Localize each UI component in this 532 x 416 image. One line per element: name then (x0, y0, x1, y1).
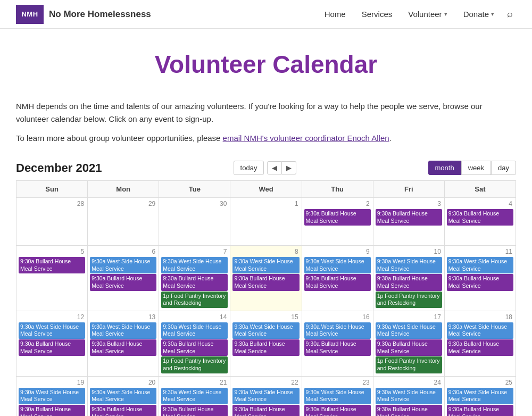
event-bullard-meal[interactable]: 9:30a Bullard House Meal Service (161, 405, 228, 416)
main-nav: Home Services Volunteer ▾ Donate ▾ ⌕ (318, 5, 516, 23)
calendar-arrow-group: ◀ ▶ (267, 161, 296, 174)
event-bullard-meal[interactable]: 9:30a Bullard House Meal Service (161, 274, 228, 290)
event-westside-meal[interactable]: 9:30a West Side House Meal Service (376, 257, 442, 273)
col-mon: Mon (88, 181, 159, 198)
logo-icon: NMH (16, 5, 44, 24)
event-bullard-meal[interactable]: 9:30a Bullard House Meal Service (90, 274, 156, 290)
next-month-button[interactable]: ▶ (282, 161, 296, 174)
event-bullard-meal[interactable]: 9:30a Bullard House Meal Service (376, 274, 442, 290)
calendar-cell-dec10: 10 9:30a West Side House Meal Service 9:… (373, 246, 444, 311)
logo-area: NMH No More Homelessness (16, 5, 151, 24)
calendar-cell-dec18: 18 9:30a West Side House Meal Service 9:… (444, 311, 516, 376)
intro-paragraph-2: To learn more about group volunteer oppo… (16, 132, 495, 145)
event-westside-meal[interactable]: 9:30a West Side House Meal Service (90, 257, 156, 273)
calendar-cell-nov30: 30 (159, 198, 230, 246)
event-westside-meal[interactable]: 9:30a West Side House Meal Service (232, 257, 299, 273)
event-westside-meal[interactable]: 9:30a West Side House Meal Service (447, 322, 513, 339)
event-westside-meal[interactable]: 9:30a West Side House Meal Service (90, 322, 156, 339)
calendar-cell-dec20: 20 9:30a West Side House Meal Service 9:… (88, 376, 159, 416)
event-bullard-meal[interactable]: 9:30a Bullard House Meal Service (376, 209, 442, 226)
table-row: 28 29 30 1 2 9:30a Bullard House Meal Se… (16, 198, 516, 246)
event-westside-meal[interactable]: 9:30a West Side House Meal Service (19, 322, 85, 339)
calendar-cell-dec3: 3 9:30a Bullard House Meal Service (373, 198, 444, 246)
event-food-pantry[interactable]: 1p Food Pantry Inventory and Restocking (376, 356, 442, 373)
calendar-cell-dec6: 6 9:30a West Side House Meal Service 9:3… (88, 246, 159, 311)
event-westside-meal[interactable]: 9:30a West Side House Meal Service (447, 388, 513, 404)
event-westside-meal[interactable]: 9:30a West Side House Meal Service (447, 257, 513, 273)
event-westside-meal[interactable]: 9:30a West Side House Meal Service (304, 257, 371, 273)
event-bullard-meal[interactable]: 9:30a Bullard House Meal Service (447, 209, 513, 226)
month-view-button[interactable]: month (428, 161, 461, 175)
week-view-button[interactable]: week (461, 161, 491, 175)
event-westside-meal[interactable]: 9:30a West Side House Meal Service (304, 388, 371, 404)
calendar-cell-dec25: 25 9:30a West Side House Meal Service 9:… (444, 376, 516, 416)
event-bullard-meal[interactable]: 9:30a Bullard House Meal Service (304, 274, 371, 290)
event-bullard-meal[interactable]: 9:30a Bullard House Meal Service (304, 209, 371, 226)
event-bullard-meal[interactable]: 9:30a Bullard House Meal Service (376, 339, 442, 356)
calendar-navigation: today ◀ ▶ (234, 161, 297, 175)
col-thu: Thu (302, 181, 373, 198)
calendar-cell-dec11: 11 9:30a West Side House Meal Service 9:… (444, 246, 516, 311)
nav-services[interactable]: Services (355, 6, 399, 22)
calendar-cell-dec17: 17 9:30a West Side House Meal Service 9:… (373, 311, 444, 376)
calendar-table: Sun Mon Tue Wed Thu Fri Sat 28 29 30 1 2 (16, 180, 516, 416)
calendar-cell-dec1: 1 (230, 198, 302, 246)
page-content: Volunteer Calendar NMH depends on the ti… (5, 29, 527, 416)
nav-donate[interactable]: Donate ▾ (457, 6, 501, 22)
calendar-cell-dec22: 22 9:30a West Side House Meal Service 9:… (230, 376, 302, 416)
event-bullard-meal[interactable]: 9:30a Bullard House Meal Service (161, 339, 228, 356)
col-wed: Wed (230, 181, 302, 198)
table-row: 19 9:30a West Side House Meal Service 9:… (16, 376, 516, 416)
col-sat: Sat (444, 181, 516, 198)
calendar-cell-dec7: 7 9:30a West Side House Meal Service 9:3… (159, 246, 230, 311)
event-bullard-meal[interactable]: 9:30a Bullard House Meal Service (19, 257, 85, 273)
event-westside-meal[interactable]: 9:30a West Side House Meal Service (376, 388, 442, 404)
volunteer-coordinator-link[interactable]: email NMH's volunteer coordinator Enoch … (223, 134, 389, 143)
event-bullard-meal[interactable]: 9:30a Bullard House Meal Service (19, 405, 85, 416)
event-westside-meal[interactable]: 9:30a West Side House Meal Service (161, 257, 228, 273)
event-bullard-meal[interactable]: 9:30a Bullard House Meal Service (304, 405, 371, 416)
calendar-cell-dec8: 8 9:30a West Side House Meal Service 9:3… (230, 246, 302, 311)
day-view-button[interactable]: day (491, 161, 516, 175)
today-button[interactable]: today (234, 161, 264, 175)
event-bullard-meal[interactable]: 9:30a Bullard House Meal Service (232, 405, 299, 416)
calendar-cell-dec4: 4 9:30a Bullard House Meal Service (444, 198, 516, 246)
event-bullard-meal[interactable]: 9:30a Bullard House Meal Service (304, 339, 371, 356)
event-bullard-meal[interactable]: 9:30a Bullard House Meal Service (376, 405, 442, 416)
event-westside-meal[interactable]: 9:30a West Side House Meal Service (161, 322, 228, 339)
event-bullard-meal[interactable]: 9:30a Bullard House Meal Service (447, 274, 513, 290)
nav-home[interactable]: Home (318, 6, 352, 22)
event-westside-meal[interactable]: 9:30a West Side House Meal Service (19, 388, 85, 404)
calendar-cell-nov28: 28 (16, 198, 88, 246)
event-westside-meal[interactable]: 9:30a West Side House Meal Service (304, 322, 371, 339)
event-bullard-meal[interactable]: 9:30a Bullard House Meal Service (232, 274, 299, 290)
table-row: 12 9:30a West Side House Meal Service 9:… (16, 311, 516, 376)
event-bullard-meal[interactable]: 9:30a Bullard House Meal Service (447, 339, 513, 356)
prev-month-button[interactable]: ◀ (267, 161, 282, 174)
calendar-cell-dec14: 14 9:30a West Side House Meal Service 9:… (159, 311, 230, 376)
calendar-cell-dec5: 5 9:30a Bullard House Meal Service (16, 246, 88, 311)
event-food-pantry[interactable]: 1p Food Pantry Inventory and Restocking (161, 356, 228, 373)
event-bullard-meal[interactable]: 9:30a Bullard House Meal Service (90, 405, 156, 416)
event-bullard-meal[interactable]: 9:30a Bullard House Meal Service (232, 339, 299, 356)
col-sun: Sun (16, 181, 88, 198)
page-title: Volunteer Calendar (16, 50, 516, 79)
col-tue: Tue (159, 181, 230, 198)
event-westside-meal[interactable]: 9:30a West Side House Meal Service (376, 322, 442, 339)
event-westside-meal[interactable]: 9:30a West Side House Meal Service (161, 388, 228, 404)
calendar-header-row: Sun Mon Tue Wed Thu Fri Sat (16, 181, 516, 198)
event-westside-meal[interactable]: 9:30a West Side House Meal Service (90, 388, 156, 404)
event-westside-meal[interactable]: 9:30a West Side House Meal Service (232, 388, 299, 404)
search-icon[interactable]: ⌕ (504, 5, 516, 23)
chevron-down-icon: ▾ (444, 11, 447, 18)
event-westside-meal[interactable]: 9:30a West Side House Meal Service (232, 322, 299, 339)
calendar-cell-dec16: 16 9:30a West Side House Meal Service 9:… (302, 311, 373, 376)
event-food-pantry[interactable]: 1p Food Pantry Inventory and Restocking (161, 292, 228, 308)
col-fri: Fri (373, 181, 444, 198)
event-bullard-meal[interactable]: 9:30a Bullard House Meal Service (447, 405, 513, 416)
event-food-pantry[interactable]: 1p Food Pantry Inventory and Restocking (376, 292, 442, 308)
event-bullard-meal[interactable]: 9:30a Bullard House Meal Service (90, 339, 156, 356)
event-bullard-meal[interactable]: 9:30a Bullard House Meal Service (19, 339, 85, 356)
nav-volunteer[interactable]: Volunteer ▾ (402, 6, 453, 22)
calendar-cell-dec24: 24 9:30a West Side House Meal Service 9:… (373, 376, 444, 416)
